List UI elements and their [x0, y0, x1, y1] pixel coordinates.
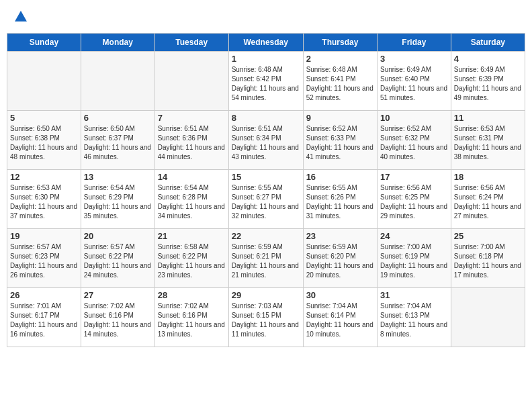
day-number: 21: [158, 231, 226, 241]
day-info: Sunrise: 6:49 AM Sunset: 6:39 PM Dayligh…: [454, 65, 522, 103]
calendar-cell: 20Sunrise: 6:57 AM Sunset: 6:22 PM Dayli…: [81, 228, 154, 287]
day-number: 25: [454, 231, 522, 241]
calendar-week-row: 12Sunrise: 6:53 AM Sunset: 6:30 PM Dayli…: [7, 169, 525, 228]
calendar-cell: 16Sunrise: 6:55 AM Sunset: 6:26 PM Dayli…: [303, 169, 377, 228]
calendar-cell: 8Sunrise: 6:51 AM Sunset: 6:34 PM Daylig…: [228, 110, 303, 169]
day-info: Sunrise: 6:50 AM Sunset: 6:37 PM Dayligh…: [84, 124, 152, 162]
day-number: 30: [306, 290, 374, 300]
calendar-cell: 9Sunrise: 6:52 AM Sunset: 6:33 PM Daylig…: [303, 110, 377, 169]
calendar-cell: 15Sunrise: 6:55 AM Sunset: 6:27 PM Dayli…: [228, 169, 303, 228]
logo-icon: [13, 9, 28, 24]
calendar-cell: 29Sunrise: 7:03 AM Sunset: 6:15 PM Dayli…: [228, 287, 303, 347]
day-info: Sunrise: 7:02 AM Sunset: 6:16 PM Dayligh…: [84, 302, 152, 339]
calendar-week-row: 19Sunrise: 6:57 AM Sunset: 6:23 PM Dayli…: [7, 228, 525, 287]
day-number: 10: [380, 113, 448, 123]
calendar-cell: 12Sunrise: 6:53 AM Sunset: 6:30 PM Dayli…: [7, 169, 81, 228]
day-number: 31: [380, 290, 448, 300]
page-header: [7, 7, 525, 29]
calendar-cell: 17Sunrise: 6:56 AM Sunset: 6:25 PM Dayli…: [377, 169, 451, 228]
day-number: 18: [454, 172, 522, 182]
day-number: 27: [84, 290, 152, 300]
day-info: Sunrise: 7:00 AM Sunset: 6:18 PM Dayligh…: [454, 242, 522, 280]
calendar-cell: [7, 51, 81, 110]
day-info: Sunrise: 6:55 AM Sunset: 6:26 PM Dayligh…: [306, 183, 374, 221]
day-info: Sunrise: 6:52 AM Sunset: 6:33 PM Dayligh…: [306, 124, 374, 162]
calendar-weekday-monday: Monday: [81, 33, 154, 51]
calendar-cell: 28Sunrise: 7:02 AM Sunset: 6:16 PM Dayli…: [154, 287, 228, 347]
day-info: Sunrise: 6:52 AM Sunset: 6:32 PM Dayligh…: [380, 124, 448, 162]
calendar-cell: 1Sunrise: 6:48 AM Sunset: 6:42 PM Daylig…: [228, 51, 303, 110]
day-number: 7: [158, 113, 226, 123]
day-info: Sunrise: 6:49 AM Sunset: 6:40 PM Dayligh…: [380, 65, 448, 103]
day-info: Sunrise: 7:02 AM Sunset: 6:16 PM Dayligh…: [158, 302, 226, 339]
day-info: Sunrise: 7:04 AM Sunset: 6:14 PM Dayligh…: [306, 302, 374, 339]
calendar-header-row: SundayMondayTuesdayWednesdayThursdayFrid…: [7, 33, 525, 51]
calendar-weekday-tuesday: Tuesday: [154, 33, 228, 51]
day-number: 16: [306, 172, 374, 182]
calendar-weekday-sunday: Sunday: [7, 33, 81, 51]
calendar-cell: 11Sunrise: 6:53 AM Sunset: 6:31 PM Dayli…: [451, 110, 525, 169]
day-number: 9: [306, 113, 374, 123]
day-info: Sunrise: 7:00 AM Sunset: 6:19 PM Dayligh…: [380, 242, 448, 280]
calendar-week-row: 26Sunrise: 7:01 AM Sunset: 6:17 PM Dayli…: [7, 287, 525, 347]
day-info: Sunrise: 7:03 AM Sunset: 6:15 PM Dayligh…: [232, 302, 300, 339]
day-number: 29: [232, 290, 300, 300]
day-info: Sunrise: 6:58 AM Sunset: 6:22 PM Dayligh…: [158, 242, 226, 280]
day-number: 19: [10, 231, 78, 241]
day-number: 3: [380, 54, 448, 64]
calendar-cell: 21Sunrise: 6:58 AM Sunset: 6:22 PM Dayli…: [154, 228, 228, 287]
calendar-cell: 18Sunrise: 6:56 AM Sunset: 6:24 PM Dayli…: [451, 169, 525, 228]
calendar-cell: [81, 51, 154, 110]
calendar-cell: 19Sunrise: 6:57 AM Sunset: 6:23 PM Dayli…: [7, 228, 81, 287]
day-number: 6: [84, 113, 152, 123]
calendar-cell: 13Sunrise: 6:54 AM Sunset: 6:29 PM Dayli…: [81, 169, 154, 228]
day-info: Sunrise: 6:59 AM Sunset: 6:21 PM Dayligh…: [232, 242, 300, 280]
day-number: 4: [454, 54, 522, 64]
calendar-cell: 26Sunrise: 7:01 AM Sunset: 6:17 PM Dayli…: [7, 287, 81, 347]
day-number: 23: [306, 231, 374, 241]
day-number: 13: [84, 172, 152, 182]
day-info: Sunrise: 6:55 AM Sunset: 6:27 PM Dayligh…: [232, 183, 300, 221]
calendar-cell: 23Sunrise: 6:59 AM Sunset: 6:20 PM Dayli…: [303, 228, 377, 287]
day-info: Sunrise: 6:51 AM Sunset: 6:36 PM Dayligh…: [158, 124, 226, 162]
day-info: Sunrise: 6:51 AM Sunset: 6:34 PM Dayligh…: [232, 124, 300, 162]
calendar-weekday-saturday: Saturday: [451, 33, 525, 51]
day-number: 15: [232, 172, 300, 182]
day-info: Sunrise: 6:54 AM Sunset: 6:28 PM Dayligh…: [158, 183, 226, 221]
calendar-cell: [154, 51, 228, 110]
day-info: Sunrise: 6:56 AM Sunset: 6:24 PM Dayligh…: [454, 183, 522, 221]
calendar-cell: 5Sunrise: 6:50 AM Sunset: 6:38 PM Daylig…: [7, 110, 81, 169]
calendar-week-row: 5Sunrise: 6:50 AM Sunset: 6:38 PM Daylig…: [7, 110, 525, 169]
day-info: Sunrise: 6:56 AM Sunset: 6:25 PM Dayligh…: [380, 183, 448, 221]
day-info: Sunrise: 6:54 AM Sunset: 6:29 PM Dayligh…: [84, 183, 152, 221]
logo: [12, 9, 28, 26]
svg-marker-0: [15, 11, 27, 21]
day-number: 20: [84, 231, 152, 241]
day-info: Sunrise: 6:59 AM Sunset: 6:20 PM Dayligh…: [306, 242, 374, 280]
day-number: 28: [158, 290, 226, 300]
calendar-cell: 24Sunrise: 7:00 AM Sunset: 6:19 PM Dayli…: [377, 228, 451, 287]
day-info: Sunrise: 6:53 AM Sunset: 6:31 PM Dayligh…: [454, 124, 522, 162]
calendar-weekday-friday: Friday: [377, 33, 451, 51]
day-number: 5: [10, 113, 78, 123]
calendar-table: SundayMondayTuesdayWednesdayThursdayFrid…: [7, 33, 525, 347]
calendar-cell: 3Sunrise: 6:49 AM Sunset: 6:40 PM Daylig…: [377, 51, 451, 110]
day-number: 11: [454, 113, 522, 123]
day-number: 17: [380, 172, 448, 182]
calendar-cell: 7Sunrise: 6:51 AM Sunset: 6:36 PM Daylig…: [154, 110, 228, 169]
day-number: 8: [232, 113, 300, 123]
day-number: 2: [306, 54, 374, 64]
calendar-weekday-wednesday: Wednesday: [228, 33, 303, 51]
day-info: Sunrise: 7:01 AM Sunset: 6:17 PM Dayligh…: [10, 302, 78, 339]
calendar-cell: 25Sunrise: 7:00 AM Sunset: 6:18 PM Dayli…: [451, 228, 525, 287]
calendar-cell: 14Sunrise: 6:54 AM Sunset: 6:28 PM Dayli…: [154, 169, 228, 228]
day-number: 24: [380, 231, 448, 241]
calendar-cell: [451, 287, 525, 347]
day-info: Sunrise: 6:48 AM Sunset: 6:42 PM Dayligh…: [232, 65, 300, 103]
day-number: 22: [232, 231, 300, 241]
day-number: 1: [232, 54, 300, 64]
day-info: Sunrise: 6:50 AM Sunset: 6:38 PM Dayligh…: [10, 124, 78, 162]
day-info: Sunrise: 6:57 AM Sunset: 6:23 PM Dayligh…: [10, 242, 78, 280]
day-info: Sunrise: 6:53 AM Sunset: 6:30 PM Dayligh…: [10, 183, 78, 221]
day-number: 26: [10, 290, 78, 300]
